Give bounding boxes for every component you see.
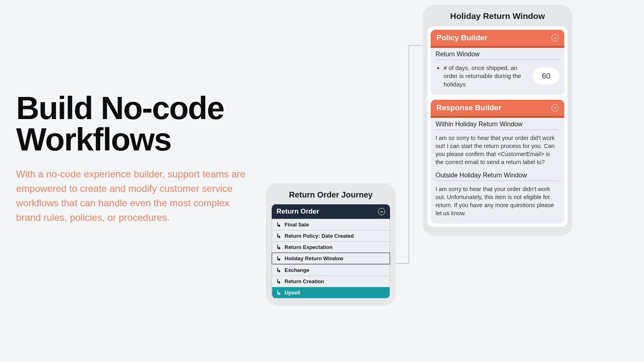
collapse-icon[interactable]: − — [378, 208, 385, 215]
journey-step[interactable]: ↳Upsell — [272, 287, 390, 298]
journey-header[interactable]: Return Order − — [272, 204, 390, 219]
journey-step[interactable]: ↳Holiday Return Window — [272, 253, 390, 264]
response-builder-title: Response Builder — [436, 103, 502, 112]
policy-builder-body: Return Window # of days, once shipped, a… — [431, 46, 564, 95]
response-builder-header[interactable]: Response Builder − — [431, 100, 564, 116]
journey-step-label: Final Sale — [285, 222, 309, 228]
sub-arrow-icon: ↳ — [276, 233, 281, 239]
policy-bullet: # of days, once shipped, an order is ret… — [444, 64, 526, 88]
collapse-icon[interactable]: − — [551, 104, 559, 111]
policy-section-label: Return Window — [436, 51, 559, 60]
sub-arrow-icon: ↳ — [276, 255, 281, 261]
collapse-icon[interactable]: − — [551, 34, 559, 41]
journey-step[interactable]: ↳Return Expectation — [272, 241, 390, 253]
journey-step[interactable]: ↳Exchange — [272, 264, 390, 276]
sub-arrow-icon: ↳ — [276, 278, 281, 284]
journey-step-label: Return Creation — [285, 278, 324, 284]
policy-builder-title: Policy Builder — [436, 33, 487, 42]
detail-card-title: Holiday Return Window — [427, 11, 568, 21]
policy-days-value[interactable]: 60 — [533, 68, 559, 84]
sub-arrow-icon: ↳ — [276, 244, 281, 250]
sub-arrow-icon: ↳ — [276, 222, 281, 228]
journey-step-label: Holiday Return Window — [285, 255, 343, 261]
sub-arrow-icon: ↳ — [276, 290, 281, 296]
detail-card: Holiday Return Window Policy Builder − R… — [423, 5, 572, 236]
policy-builder-header[interactable]: Policy Builder − — [431, 30, 564, 46]
response-outside-label: Outside Holiday Return Window — [436, 172, 559, 181]
journey-step-label: Upsell — [285, 290, 300, 296]
detail-body: Policy Builder − Return Window # of days… — [427, 27, 568, 227]
journey-card: Return Order Journey Return Order − ↳Fin… — [266, 183, 396, 306]
response-within-label: Within Holiday Return Window — [436, 121, 559, 130]
response-outside-text: I am sorry to hear that your order didn'… — [436, 185, 559, 217]
journey-step[interactable]: ↳Return Creation — [272, 276, 390, 287]
response-builder-body: Within Holiday Return Window I am so sor… — [431, 116, 564, 224]
journey-step[interactable]: ↳Final Sale — [272, 219, 390, 230]
journey-step[interactable]: ↳Return Policy: Date Created — [272, 230, 390, 241]
hero-subtitle: With a no-code experience builder, suppo… — [16, 167, 250, 225]
connector-line — [409, 45, 409, 263]
sub-arrow-icon: ↳ — [276, 267, 281, 273]
hero-title: Build No-code Workflows — [16, 93, 250, 156]
hero-section: Build No-code Workflows With a no-code e… — [16, 93, 250, 225]
response-within-text: I am so sorry to hear that your order di… — [436, 134, 559, 166]
journey-step-label: Return Expectation — [285, 244, 332, 250]
journey-step-label: Exchange — [285, 267, 309, 273]
journey-card-title: Return Order Journey — [272, 190, 390, 200]
journey-header-label: Return Order — [277, 208, 319, 216]
journey-step-label: Return Policy: Date Created — [285, 233, 354, 239]
